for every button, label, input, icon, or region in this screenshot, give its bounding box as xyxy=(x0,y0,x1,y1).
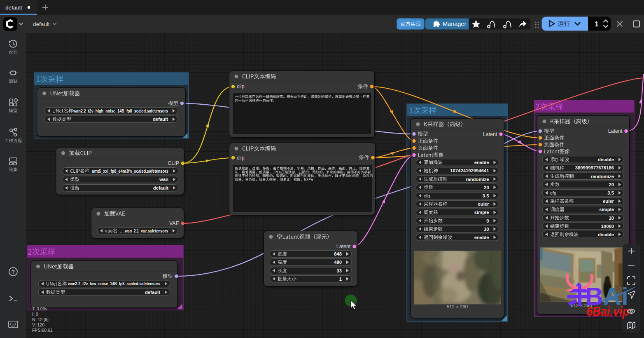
svg-text:cfg: cfg xyxy=(550,190,556,195)
svg-text:107424192994641: 107424192994641 xyxy=(450,168,489,173)
svg-text:default: default xyxy=(153,117,168,122)
svg-text:euler: euler xyxy=(603,199,614,204)
svg-text:6Bai.vip: 6Bai.vip xyxy=(586,304,629,319)
svg-text:0: 0 xyxy=(486,218,489,223)
svg-text:Manager: Manager xyxy=(443,21,466,27)
svg-text:N: 12 [9]: N: 12 [9] xyxy=(32,317,49,322)
svg-text:Latent: Latent xyxy=(336,244,351,249)
svg-text:389999977678186: 389999977678186 xyxy=(575,165,614,170)
svg-text:enable: enable xyxy=(474,235,489,240)
svg-text:cfg: cfg xyxy=(424,193,430,198)
svg-text:1: 1 xyxy=(339,277,342,282)
svg-text:euler: euler xyxy=(478,202,489,207)
svg-text:Latent: Latent xyxy=(483,131,497,137)
svg-text:3.5: 3.5 xyxy=(607,190,614,195)
svg-text:default: default xyxy=(5,5,22,11)
svg-text:10: 10 xyxy=(484,227,489,232)
svg-text:randomize: randomize xyxy=(466,177,489,182)
svg-text:?: ? xyxy=(12,269,15,275)
svg-text:clip: clip xyxy=(237,84,245,89)
svg-text:disable: disable xyxy=(598,157,614,162)
svg-text:default: default xyxy=(33,21,50,27)
svg-text:default: default xyxy=(153,185,168,190)
svg-text:Latent: Latent xyxy=(608,128,623,134)
svg-text:disable: disable xyxy=(598,232,614,237)
svg-text:randomize: randomize xyxy=(591,174,614,179)
svg-text:10000: 10000 xyxy=(601,224,614,229)
svg-text:CLIP: CLIP xyxy=(168,160,179,166)
svg-text:FPS:60.61: FPS:60.61 xyxy=(32,328,53,333)
svg-text:I: 0: I: 0 xyxy=(32,312,38,317)
svg-text:20: 20 xyxy=(609,182,614,187)
svg-text:clip: clip xyxy=(237,155,245,161)
svg-text:10: 10 xyxy=(609,216,614,221)
svg-text:umt5_xxl_fp8_e4m3fn_scaled.saf: umt5_xxl_fp8_e4m3fn_scaled.safetensors xyxy=(92,169,168,174)
svg-text:wan: wan xyxy=(159,177,168,182)
svg-text:enable: enable xyxy=(474,160,489,165)
svg-text:512 × 290: 512 × 290 xyxy=(447,304,468,309)
svg-text:wan2.2_t2v_high_noise_14B_fp8_: wan2.2_t2v_high_noise_14B_fp8_scaled.saf… xyxy=(73,108,168,113)
svg-text:20: 20 xyxy=(484,185,489,190)
svg-text:wan2.2_t2v_low_noise_14B_fp8_s: wan2.2_t2v_low_noise_14B_fp8_scaled.safe… xyxy=(68,281,160,286)
svg-text:480: 480 xyxy=(334,260,342,265)
svg-text:VAE: VAE xyxy=(169,221,179,226)
svg-text:simple: simple xyxy=(599,207,614,212)
svg-text:1: 1 xyxy=(595,21,599,28)
svg-text:default: default xyxy=(145,290,160,295)
svg-text:V: 120: V: 120 xyxy=(32,322,44,327)
svg-text:848: 848 xyxy=(334,251,342,256)
svg-text:T: 0.00s: T: 0.00s xyxy=(32,306,47,311)
svg-text:33: 33 xyxy=(336,268,342,273)
svg-text:3.5: 3.5 xyxy=(483,193,489,198)
svg-text:wan_2.1_vae.safetensors: wan_2.1_vae.safetensors xyxy=(124,228,168,233)
svg-text:simple: simple xyxy=(474,210,489,215)
